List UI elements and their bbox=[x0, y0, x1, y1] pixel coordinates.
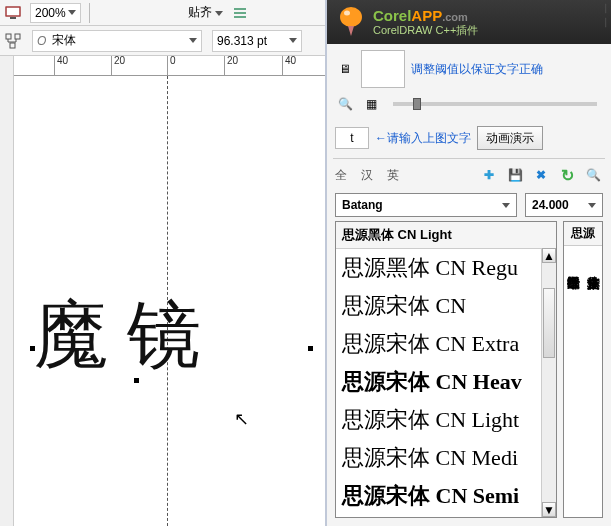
hierarchy-icon[interactable] bbox=[4, 32, 22, 50]
scroll-up-button[interactable]: ▲ bbox=[542, 248, 556, 263]
svg-rect-8 bbox=[10, 43, 15, 48]
save-icon[interactable]: 💾 bbox=[505, 165, 525, 185]
zoom-icon[interactable]: 🔍 bbox=[335, 94, 355, 114]
plugin-panel: CorelAPP.com CorelDRAW C++插件 丨丨 🖥 调整阈值以保… bbox=[325, 0, 611, 526]
list-item[interactable]: 思源宋体 CN Extra bbox=[336, 325, 556, 363]
font-size-select[interactable]: 96.313 pt bbox=[212, 30, 302, 52]
add-icon[interactable]: ✚ bbox=[479, 165, 499, 185]
brand-subtitle: CorelDRAW C++插件 bbox=[373, 24, 478, 36]
grid-icon[interactable]: ▦ bbox=[361, 94, 381, 114]
input-hint: ←请输入上图文字 bbox=[375, 130, 471, 147]
filter-cn[interactable]: 汉 bbox=[361, 167, 373, 184]
list-item[interactable]: 思源宋体 CN Semi bbox=[336, 477, 556, 515]
left-gutter bbox=[0, 56, 14, 526]
svg-rect-5 bbox=[234, 16, 246, 18]
category-list[interactable]: 思源 迷书华微经汉叶黑圆行 你法文软文造楷草体未 文典鼎鼎字根 魏 bbox=[563, 221, 603, 518]
font-size-value: 96.313 pt bbox=[217, 34, 267, 48]
svg-point-11 bbox=[344, 11, 350, 16]
category-col[interactable]: 迷书华微经汉叶黑圆行 bbox=[564, 246, 584, 286]
preview-thumbnail[interactable] bbox=[361, 50, 405, 88]
filter-en[interactable]: 英 bbox=[387, 167, 399, 184]
brand-title: CorelAPP.com bbox=[373, 8, 478, 25]
chevron-down-icon bbox=[502, 203, 510, 208]
list-item[interactable]: 思源宋体 CN Medi bbox=[336, 439, 556, 477]
chevron-down-icon bbox=[189, 38, 197, 43]
filter-all[interactable]: 全 bbox=[335, 167, 347, 184]
list-item[interactable]: 思源黑体 CN Regu bbox=[336, 249, 556, 287]
selection-handle[interactable] bbox=[134, 378, 139, 383]
font-style-indicator: O bbox=[37, 34, 46, 48]
zoom-select[interactable]: 200% bbox=[30, 3, 81, 23]
canvas-text-object[interactable]: 魔 镜 bbox=[34, 286, 201, 386]
ruler-horizontal: 40 20 0 20 40 bbox=[14, 56, 325, 76]
demo-button[interactable]: 动画演示 bbox=[477, 126, 543, 150]
threshold-hint[interactable]: 调整阈值以保证文字正确 bbox=[411, 61, 543, 78]
separator bbox=[89, 3, 90, 23]
font-family-select[interactable]: O 宋体 bbox=[32, 30, 202, 52]
svg-point-9 bbox=[340, 7, 362, 27]
text-tool-input[interactable] bbox=[335, 127, 369, 149]
scroll-down-button[interactable]: ▼ bbox=[542, 502, 556, 517]
panel-header: CorelAPP.com CorelDRAW C++插件 丨丨 bbox=[327, 0, 611, 44]
font-combo[interactable]: Batang bbox=[335, 193, 517, 217]
list-item[interactable]: 思源宋体 CN Heav bbox=[336, 363, 556, 401]
balloon-icon bbox=[337, 5, 365, 39]
font-list-header: 思源黑体 CN Light bbox=[336, 222, 556, 249]
chevron-down-icon bbox=[68, 10, 76, 15]
divider bbox=[333, 158, 605, 159]
svg-rect-4 bbox=[234, 12, 246, 14]
category-col[interactable]: 你法文软文造楷草体未 bbox=[584, 246, 603, 286]
svg-rect-7 bbox=[15, 34, 20, 39]
svg-rect-6 bbox=[6, 34, 11, 39]
selection-handle[interactable] bbox=[308, 346, 313, 351]
font-list[interactable]: 思源黑体 CN Light 思源黑体 CN Regu 思源宋体 CN 思源宋体 … bbox=[335, 221, 557, 518]
svg-rect-2 bbox=[10, 17, 16, 19]
list-item[interactable]: 思源宋体 CN bbox=[336, 287, 556, 325]
scrollbar[interactable]: ▲ ▼ bbox=[541, 248, 556, 517]
close-icon[interactable]: ✖ bbox=[531, 165, 551, 185]
chevron-down-icon bbox=[588, 203, 596, 208]
align-dropdown[interactable]: 贴齐 bbox=[188, 4, 223, 21]
mouse-cursor-icon: ↖ bbox=[234, 408, 249, 430]
line-icon: 丨丨 bbox=[601, 2, 611, 30]
refresh-icon[interactable]: ↻ bbox=[557, 165, 577, 185]
screen-icon[interactable] bbox=[4, 4, 22, 22]
scroll-thumb[interactable] bbox=[543, 288, 555, 358]
slider-knob[interactable] bbox=[413, 98, 421, 110]
category-header: 思源 bbox=[564, 222, 602, 246]
search-icon[interactable]: 🔍 bbox=[583, 165, 603, 185]
monitor-icon[interactable]: 🖥 bbox=[335, 59, 355, 79]
canvas[interactable]: 40 20 0 20 40 魔 镜 ↖ bbox=[14, 56, 325, 526]
svg-rect-0 bbox=[6, 7, 20, 16]
zoom-value: 200% bbox=[35, 6, 66, 20]
threshold-slider[interactable] bbox=[393, 102, 597, 106]
chevron-down-icon bbox=[289, 38, 297, 43]
chevron-down-icon bbox=[215, 11, 223, 16]
svg-rect-3 bbox=[234, 8, 246, 10]
font-family-value: 宋体 bbox=[52, 32, 76, 49]
options-icon[interactable] bbox=[231, 4, 249, 22]
list-item[interactable]: 思源宋体 CN Light bbox=[336, 401, 556, 439]
selection-handle[interactable] bbox=[30, 346, 35, 351]
size-combo[interactable]: 24.000 bbox=[525, 193, 603, 217]
